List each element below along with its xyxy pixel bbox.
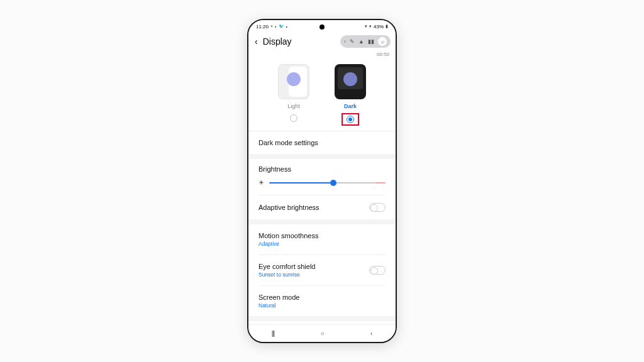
radio-dark[interactable] <box>347 116 354 123</box>
page-title: Display <box>263 36 292 47</box>
row-title: Screen mode <box>258 293 386 301</box>
theme-option-light[interactable]: Light <box>278 64 309 126</box>
recording-timer: 00:50 <box>377 52 389 57</box>
user-icon[interactable]: ▲ <box>358 38 364 45</box>
dark-preview <box>335 64 366 99</box>
light-preview <box>278 64 309 99</box>
recording-toolbar[interactable]: › ✎ ▲ ▮▮ ⌕ <box>340 35 391 48</box>
chevron-right-icon[interactable]: › <box>344 38 346 45</box>
brightness-slider[interactable] <box>269 182 386 184</box>
section-gap <box>248 154 396 159</box>
pause-icon[interactable]: ▮▮ <box>368 38 374 45</box>
row-title: Adaptive brightness <box>258 204 319 211</box>
preview-dot-icon <box>287 72 301 86</box>
twitter-icon: 🐦 <box>279 24 284 29</box>
toggle-eye-comfort[interactable] <box>369 266 386 275</box>
brightness-section: Brightness ☀ <box>248 159 396 195</box>
row-title: Dark mode settings <box>258 139 386 146</box>
slider-thumb[interactable] <box>330 180 336 186</box>
wifi-icon: ▾ <box>365 24 367 29</box>
power-button <box>396 127 397 149</box>
edit-icon[interactable]: ✎ <box>350 38 355 45</box>
header: ‹ Display › ✎ ▲ ▮▮ ⌕ 00:50 <box>248 33 396 50</box>
sun-icon: ☀ <box>258 179 264 186</box>
battery-icon: ▮ <box>386 24 388 29</box>
status-icon: ⌖ <box>270 24 273 29</box>
row-title: Brightness <box>258 165 386 173</box>
row-dark-mode-settings[interactable]: Dark mode settings <box>248 131 396 154</box>
row-eye-comfort-shield[interactable]: Eye comfort shield Sunset to sunrise <box>248 255 396 285</box>
row-sub: Adaptive <box>258 241 386 247</box>
row-sub: Sunset to sunrise <box>258 272 315 278</box>
theme-label-dark: Dark <box>344 103 357 109</box>
section-gap <box>248 316 396 321</box>
nav-recent-icon[interactable]: ||| <box>272 330 275 337</box>
row-screen-mode[interactable]: Screen mode Natural <box>248 286 396 316</box>
row-motion-smoothness[interactable]: Motion smoothness Adaptive <box>248 224 396 255</box>
back-icon[interactable]: ‹ <box>255 36 258 47</box>
row-adaptive-brightness[interactable]: Adaptive brightness <box>248 195 396 219</box>
radio-light[interactable] <box>290 114 297 122</box>
nav-back-icon[interactable]: ‹ <box>370 330 372 337</box>
preview-dot-icon <box>343 72 357 86</box>
status-icon: ▪ <box>275 25 276 29</box>
row-title: Motion smoothness <box>258 232 386 239</box>
navigation-bar: ||| ○ ‹ <box>248 324 396 342</box>
theme-label-light: Light <box>287 103 300 109</box>
volume-button <box>396 83 397 121</box>
status-time: 11:20 <box>256 24 269 30</box>
row-title: Eye comfort shield <box>258 263 315 270</box>
radio-light-wrap[interactable] <box>286 113 301 123</box>
nav-home-icon[interactable]: ○ <box>321 330 325 337</box>
toggle-adaptive-brightness[interactable] <box>369 203 386 212</box>
theme-selector: Light Dark <box>248 59 396 126</box>
signal-icon: ▾ <box>369 24 372 29</box>
theme-option-dark[interactable]: Dark <box>335 64 366 126</box>
camera-notch <box>319 25 325 30</box>
search-icon[interactable]: ⌕ <box>378 37 387 46</box>
battery-pct: 43% <box>374 24 384 30</box>
status-icon: • <box>286 25 287 29</box>
row-sub: Natural <box>258 302 386 309</box>
phone-frame: 11:20 ⌖ ▪ 🐦 • ▾ ▾ 43% ▮ ‹ Display › ✎ ▲ … <box>247 19 397 343</box>
brightness-slider-wrap: ☀ <box>258 179 386 186</box>
radio-dark-wrap[interactable] <box>341 113 359 126</box>
section-gap <box>248 219 396 224</box>
screen: 11:20 ⌖ ▪ 🐦 • ▾ ▾ 43% ▮ ‹ Display › ✎ ▲ … <box>248 20 396 342</box>
